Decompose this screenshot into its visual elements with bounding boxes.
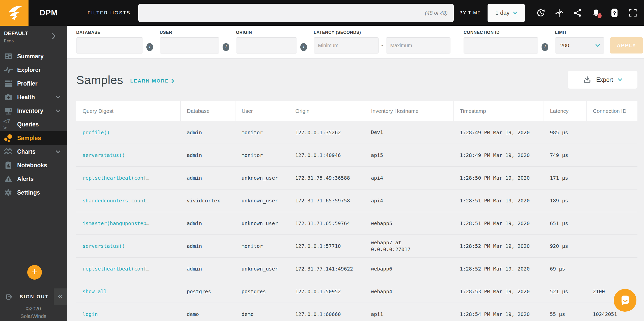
cell-timestamp: 1:28:53 PM Mar 19, 2020 xyxy=(453,280,544,303)
query-digest-link[interactable]: shardedcounters.count… xyxy=(83,198,149,204)
query-digest-link[interactable]: replsetheartbeat(conf… xyxy=(83,266,149,272)
cell-inventory-hostname: api1 xyxy=(365,303,453,321)
database-info-icon[interactable]: i xyxy=(146,43,153,51)
cell-latency: 920 µs xyxy=(544,235,586,257)
origin-info-icon[interactable]: i xyxy=(300,43,307,51)
cell-query-digest: replsetheartbeat(conf… xyxy=(76,257,180,280)
sidebar-item-summary[interactable]: Summary xyxy=(0,49,67,63)
cell-query-digest: ismaster(hanguponstep… xyxy=(76,212,180,235)
sidebar-item-settings[interactable]: Settings xyxy=(0,186,67,199)
sign-out-button[interactable]: SIGN OUT xyxy=(5,289,49,305)
export-button[interactable]: Export xyxy=(568,71,637,89)
user-label: USER xyxy=(160,30,219,35)
copyright-year: ©2020 xyxy=(0,305,67,312)
cell-origin: 172.31.71.65:59764 xyxy=(289,212,365,235)
limit-label: LIMIT xyxy=(555,30,604,35)
col-user: User xyxy=(235,101,289,121)
add-host-button[interactable]: + xyxy=(27,265,42,280)
cell-inventory-hostname: api5 xyxy=(365,144,453,167)
filter-latency: LATENCY (SECONDS) - xyxy=(314,30,450,58)
settings-icon xyxy=(3,188,13,198)
sidebar-item-profiler[interactable]: Profiler xyxy=(0,77,67,90)
col-latency: Latency xyxy=(544,101,586,121)
topbar-icons: ? xyxy=(536,8,637,18)
table-body: profile() admin monitor 127.0.0.1:35262 … xyxy=(76,121,637,321)
sign-out-label: SIGN OUT xyxy=(20,294,49,300)
sidebar-item-inventory[interactable]: Inventory xyxy=(0,104,67,118)
cell-origin: 172.31.71.65:59758 xyxy=(289,189,365,212)
chevron-right-icon xyxy=(52,33,56,39)
query-digest-link[interactable]: ismaster(hanguponstep… xyxy=(83,220,149,226)
origin-input[interactable] xyxy=(236,37,297,54)
table-row: ismaster(hanguponstep… admin unknown_use… xyxy=(76,212,637,235)
page-title: Samples xyxy=(76,73,123,87)
cell-user: monitor xyxy=(235,121,289,144)
sidebar-item-queries[interactable]: <?> Queries xyxy=(0,118,67,131)
cell-latency: 171 µs xyxy=(544,167,586,189)
help-icon[interactable]: ? xyxy=(610,8,619,18)
chat-launcher-button[interactable] xyxy=(614,289,636,312)
summary-icon xyxy=(3,51,13,61)
query-digest-link[interactable]: replsetheartbeat(conf… xyxy=(83,175,149,181)
solarwinds-logo xyxy=(0,0,29,26)
apply-button[interactable]: APPLY xyxy=(610,37,643,54)
cell-origin: 172.31.77.141:49622 xyxy=(289,257,365,280)
cell-query-digest: profile() xyxy=(76,121,180,144)
query-digest-link[interactable]: login xyxy=(83,311,98,317)
cell-database: vividcortex xyxy=(180,189,235,212)
cell-latency: 55 µs xyxy=(544,303,586,321)
sidebar-item-explorer[interactable]: Explorer xyxy=(0,63,67,77)
sidebar-item-samples[interactable]: Samples xyxy=(0,131,67,145)
latency-max-input[interactable] xyxy=(386,37,450,54)
collapse-sidebar-button[interactable]: « xyxy=(54,288,67,305)
database-input[interactable] xyxy=(76,37,143,54)
col-connection-id: Connection ID xyxy=(586,101,637,121)
learn-more-link[interactable]: LEARN MORE xyxy=(130,78,174,84)
cell-origin: 127.0.0.1:60660 xyxy=(289,303,365,321)
sidebar-item-notebooks[interactable]: Notebooks xyxy=(0,158,67,172)
notifications-icon[interactable] xyxy=(591,8,601,18)
cell-inventory-hostname: api4 xyxy=(365,189,453,212)
table-row: profile() admin monitor 127.0.0.1:35262 … xyxy=(76,121,637,144)
sidebar-item-charts[interactable]: Charts xyxy=(0,145,67,158)
cell-database: postgres xyxy=(180,280,235,303)
samples-table: Query Digest Database User Origin Invent… xyxy=(76,101,637,321)
connection-id-info-icon[interactable]: i xyxy=(542,43,548,51)
cell-user: unknown_user xyxy=(235,167,289,189)
export-label: Export xyxy=(596,76,613,83)
cell-timestamp: 1:28:54 PM Mar 19, 2020 xyxy=(453,303,544,321)
database-label: DATABASE xyxy=(76,30,143,35)
table-row: replsetheartbeat(conf… admin unknown_use… xyxy=(76,167,637,189)
alerts-icon xyxy=(3,174,13,184)
chevron-down-icon xyxy=(596,44,600,47)
cell-latency: 69 µs xyxy=(544,257,586,280)
user-info-icon[interactable]: i xyxy=(223,43,229,51)
fullscreen-icon[interactable] xyxy=(628,8,637,18)
query-digest-link[interactable]: profile() xyxy=(83,129,110,136)
sidebar-menu: Summary Explorer Profiler Health xyxy=(0,49,67,199)
share-icon[interactable] xyxy=(573,8,582,18)
copyright: ©2020 SolarWinds xyxy=(0,305,67,320)
sidebar-item-health[interactable]: Health xyxy=(0,90,67,104)
environment-subtitle: Demo xyxy=(4,39,63,43)
time-range-select[interactable]: 1 day xyxy=(488,4,525,22)
query-digest-link[interactable]: serverstatus() xyxy=(83,152,125,158)
connection-id-input[interactable] xyxy=(464,37,538,54)
cell-database: admin xyxy=(180,212,235,235)
user-input[interactable] xyxy=(160,37,219,54)
environment-switcher[interactable]: DEFAULT Demo xyxy=(0,26,67,46)
cell-inventory-hostname: api4 xyxy=(365,167,453,189)
sidebar-item-alerts[interactable]: Alerts xyxy=(0,172,67,186)
latency-min-input[interactable] xyxy=(314,37,379,54)
query-digest-link[interactable]: serverstatus() xyxy=(83,243,125,249)
limit-select[interactable]: 200 xyxy=(555,37,604,54)
cell-database: admin xyxy=(180,144,235,167)
sidebar-item-label: Health xyxy=(17,94,35,101)
filter-hosts-input[interactable] xyxy=(144,10,425,16)
events-icon[interactable] xyxy=(554,8,564,18)
cell-timestamp: 1:28:51 PM Mar 19, 2020 xyxy=(453,212,544,235)
time-refresh-icon[interactable] xyxy=(536,8,545,18)
cell-origin: 127.0.0.1:40946 xyxy=(289,144,365,167)
query-digest-link[interactable]: show all xyxy=(83,288,107,295)
cell-origin: 127.0.0.1:50952 xyxy=(289,280,365,303)
